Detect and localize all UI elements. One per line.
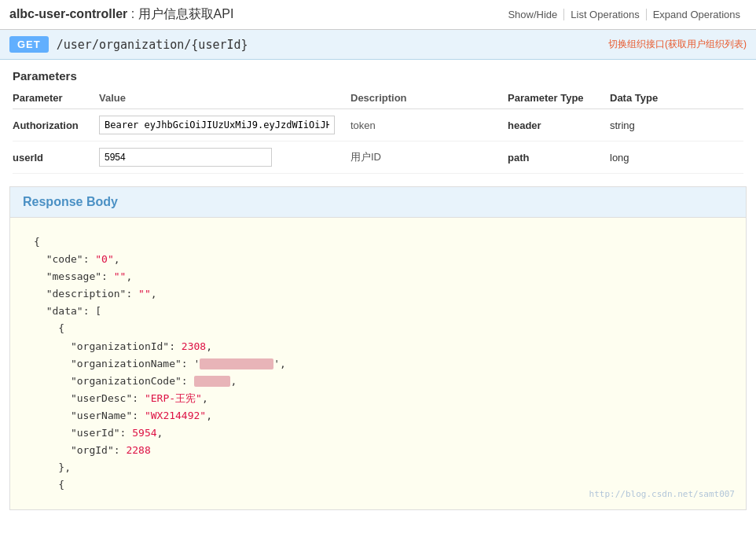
col-parameter-type: Parameter Type — [508, 89, 610, 109]
show-hide-button[interactable]: Show/Hide — [501, 9, 564, 20]
col-parameter: Parameter — [13, 89, 99, 109]
method-badge: GET — [9, 36, 49, 53]
param-value-cell — [99, 142, 350, 174]
endpoint-link[interactable]: 切换组织接口(获取用户组织列表) — [608, 38, 747, 51]
param-parameter-type: header — [508, 109, 610, 142]
response-body-content: { "code": "0", "message": "", "descripti… — [10, 218, 746, 509]
params-table-header: Parameter Value Description Parameter Ty… — [13, 89, 743, 109]
list-operations-button[interactable]: List Operations — [564, 9, 646, 20]
param-description: token — [350, 109, 508, 142]
table-row: Authorizationtokenheaderstring — [13, 109, 743, 142]
authorization-input[interactable] — [99, 116, 335, 134]
param-data-type: string — [610, 109, 743, 142]
response-header: Response Body — [10, 187, 746, 218]
params-table: Parameter Value Description Parameter Ty… — [13, 89, 743, 174]
parameters-section: Parameters Parameter Value Description P… — [0, 60, 756, 174]
expand-operations-button[interactable]: Expand Operations — [647, 9, 747, 20]
api-description: 用户信息获取API — [138, 7, 234, 20]
endpoint-row: GET /user/organization/{userId} 切换组织接口(获… — [0, 30, 756, 60]
json-content: { "code": "0", "message": "", "descripti… — [34, 233, 722, 494]
userid-input[interactable] — [99, 148, 272, 167]
api-header-actions: Show/Hide List Operations Expand Operati… — [501, 9, 747, 20]
api-header: albc-user-controller : 用户信息获取API Show/Hi… — [0, 0, 756, 30]
col-data-type: Data Type — [610, 89, 743, 109]
endpoint-path: /user/organization/{userId} — [57, 38, 248, 52]
api-title: albc-user-controller : 用户信息获取API — [9, 6, 233, 23]
controller-name: albc-user-controller — [9, 7, 127, 20]
param-value-cell — [99, 109, 350, 142]
param-description: 用户ID — [350, 142, 508, 174]
param-name: Authorization — [13, 109, 99, 142]
parameters-title: Parameters — [13, 69, 743, 83]
table-row: userId用户IDpathlong — [13, 142, 743, 174]
col-description: Description — [350, 89, 508, 109]
param-data-type: long — [610, 142, 743, 174]
param-name: userId — [13, 142, 99, 174]
separator: : — [127, 7, 138, 20]
watermark: http://blog.csdn.net/samt007 — [589, 487, 735, 502]
endpoint-left: GET /user/organization/{userId} — [9, 36, 248, 53]
response-section: Response Body { "code": "0", "message": … — [9, 186, 747, 510]
param-parameter-type: path — [508, 142, 610, 174]
col-value: Value — [99, 89, 350, 109]
